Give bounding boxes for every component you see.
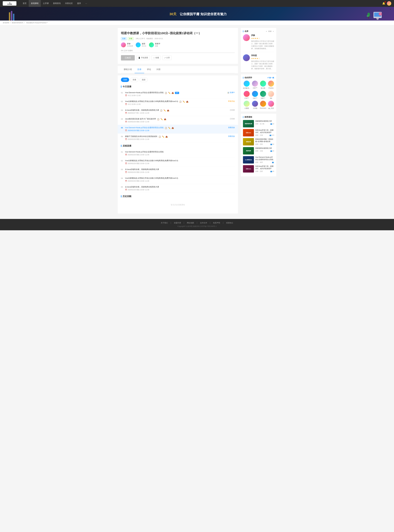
edit-icon[interactable]: ✏️ bbox=[162, 136, 164, 138]
teachers-prev[interactable]: ＜ bbox=[265, 30, 267, 33]
rec-item-3[interactable]: 高级电商 高级电商全栈系统大课 讲师：冷细 👥 40 bbox=[243, 147, 274, 155]
classmate-7-name: Bill bbox=[268, 97, 274, 99]
banner-highlight: 30天 bbox=[170, 12, 176, 16]
teachers-next[interactable]: ＞ bbox=[273, 30, 274, 33]
copy-icon[interactable]: 📋 bbox=[159, 136, 161, 138]
lesson-title-active[interactable]: Vue Element+Node.js开发企业通用管理后台系统 bbox=[125, 126, 164, 129]
lesson-title[interactable]: 从Java后端到全栈，高级电商全栈系统大课 bbox=[125, 109, 159, 111]
rec-item-0[interactable]: 高级电商全栈 高级电商全栈系统大课 讲师：张小锋 👥 34 bbox=[243, 120, 274, 127]
lesson-status-live[interactable]: 📊 直播中 bbox=[225, 91, 235, 94]
nav-home[interactable]: 首页 bbox=[21, 0, 29, 7]
footer-disclaimer[interactable]: 免责声明 bbox=[213, 222, 220, 224]
instructors: 罗静 主讲老师 凌荷 班主任 青青平 助教 bbox=[121, 42, 235, 47]
rec-0-teacher: 讲师：张小锋 bbox=[255, 123, 264, 125]
nav-qa[interactable]: 问答社区 bbox=[63, 0, 75, 7]
tag-replay: 录播 bbox=[128, 37, 134, 40]
rec-2-teacher: 讲师：岱田 bbox=[255, 143, 263, 145]
lesson-title[interactable]: 从Java后端到全栈，高级电商全栈系统大课 bbox=[125, 168, 235, 171]
share-small-icon[interactable]: 📤 bbox=[171, 127, 174, 129]
rec-item-1[interactable]: 玩转Java 玩转Java开发工具，精通JUC，成为开发多面手 讲师：王细 👥 … bbox=[243, 129, 274, 136]
share-small-icon[interactable]: 📤 bbox=[164, 118, 166, 120]
logo[interactable]: ☁ 云朵课堂 bbox=[3, 1, 16, 6]
lesson-status-replay[interactable]: 查看回放 bbox=[226, 135, 235, 137]
copy-icon[interactable]: 📋 bbox=[165, 127, 167, 129]
tab-intro[interactable]: 课程介绍 bbox=[121, 66, 135, 73]
lesson-title[interactable]: Vue全家桶实战 从零独立开发企业级小米电商系统(免费升级Vue3.0) bbox=[125, 159, 235, 162]
footer-about[interactable]: 关于我们 bbox=[161, 222, 168, 224]
nav-news[interactable]: 新闻资讯 bbox=[51, 0, 63, 7]
share-small-icon[interactable]: 📤 bbox=[165, 136, 168, 138]
sub-tab-replay[interactable]: 录播 bbox=[130, 78, 138, 82]
footer-sitemap[interactable]: 网站地图 bbox=[187, 222, 194, 224]
teachers-pagination: ＜ 1/10 ＞ bbox=[265, 30, 274, 33]
sub-tab-live[interactable]: 直播 bbox=[121, 78, 129, 82]
rec-2-info: 前端全栈加强版！前端全栈+全周期+多维应用 讲师：岱田 👥 56 bbox=[255, 138, 274, 146]
nav-open[interactable]: 公开课 bbox=[41, 0, 51, 7]
lesson-status-replay[interactable]: 查看回放 bbox=[226, 126, 235, 129]
course-title: 明星中教授课，小学阶段语法100分–强化级第1讲动词（一） bbox=[121, 31, 235, 36]
nav-more[interactable]: ··· bbox=[83, 0, 89, 7]
nav-exercises[interactable]: 题库 bbox=[75, 0, 83, 7]
lesson-num: 02 bbox=[121, 159, 125, 162]
rec-item-5[interactable]: 玩转Java 玩转Java开发工具，精通JUC，成为开发多面手 讲师：岱田 👥 … bbox=[243, 165, 274, 172]
copy-icon[interactable]: 📋 bbox=[160, 109, 162, 111]
user-avatar[interactable] bbox=[387, 1, 391, 6]
lesson-title[interactable]: Vue全家桶实战 从零独立开发企业级小米电商系统(免费升级Vue3.0) bbox=[125, 177, 235, 179]
lesson-num: 01 bbox=[121, 91, 125, 94]
tab-qa[interactable]: 问答 bbox=[154, 66, 163, 73]
lesson-num: 04 bbox=[121, 177, 125, 179]
footer-agent[interactable]: 加盟代理 bbox=[174, 222, 181, 224]
rec-2-title: 前端全栈加强版！前端全栈+全周期+多维应用 bbox=[255, 138, 274, 143]
rec-0-info: 高级电商全栈系统大课 讲师：张小锋 👥 34 bbox=[255, 120, 274, 127]
lesson-title[interactable]: 跟随千万级项目从0到100全过程高效成长 bbox=[125, 135, 157, 138]
tab-review[interactable]: 评论 bbox=[144, 66, 154, 73]
banner: 30天 让你摆脱平庸 知识使你更有魅力 ✕ bbox=[0, 7, 394, 21]
share-small-icon[interactable]: 📤 bbox=[171, 92, 174, 94]
notification-bell[interactable]: 🔔 bbox=[382, 2, 385, 5]
breadcrumb-home[interactable]: 发现课程 bbox=[3, 22, 9, 24]
history-empty: 暂无历史回顾课程 bbox=[121, 199, 235, 210]
edit-icon[interactable]: ✏️ bbox=[183, 101, 185, 103]
material-badge[interactable]: 资料 bbox=[175, 92, 179, 94]
footer-partner[interactable]: 合作伙伴 bbox=[200, 222, 207, 224]
copy-icon[interactable]: 📋 bbox=[179, 101, 181, 103]
footer-recruit[interactable]: 招贤纳士 bbox=[226, 222, 233, 224]
copy-icon[interactable]: 📋 bbox=[157, 118, 159, 120]
lesson-status-upcoming: 即将开始 bbox=[226, 100, 235, 103]
lesson-title-row: Java项目面试实操 提升大厂面试成功率 📋 ✏️ 📤 bbox=[125, 118, 228, 121]
share-button[interactable]: ↗ 分享 bbox=[162, 56, 171, 60]
lesson-num: 06 bbox=[121, 135, 125, 137]
copy-icon[interactable]: 📋 bbox=[165, 92, 167, 94]
sub-tab-class[interactable]: 面授 bbox=[140, 78, 148, 82]
lesson-item: 01 Vue Element+Node.js开发企业通用管理后台系统 ⏰ 202… bbox=[121, 149, 235, 158]
classmate-4-name: 1767** bbox=[243, 97, 250, 99]
share-small-icon[interactable]: 📤 bbox=[167, 109, 169, 111]
lesson-title[interactable]: Vue Element+Node.js开发企业通用管理后台系统 bbox=[125, 91, 164, 94]
nav-courses[interactable]: 发现课程 bbox=[29, 0, 41, 7]
edit-icon[interactable]: ✏️ bbox=[168, 92, 171, 94]
main-container: 明星中教授课，小学阶段语法100分–强化级第1讲动词（一） 直播 录播 246人… bbox=[115, 25, 279, 216]
lesson-title[interactable]: Vue Element+Node.js开发企业通用管理后台系统 bbox=[125, 151, 235, 153]
lesson-info: Vue全家桶实战 从零独立开发企业级小米电商系统(免费升级Vue3.0) ⏰ 2… bbox=[125, 177, 235, 182]
rec-1-count: 👥 123 bbox=[270, 134, 274, 136]
lesson-title[interactable]: 从Java后端到全栈，高级电商全栈系统大课 bbox=[125, 186, 235, 188]
rec-item-4[interactable]: Vue管理后台 Vue Element+Node.js开发企业通用管理后台系统 … bbox=[243, 156, 274, 163]
edit-icon[interactable]: ✏️ bbox=[168, 127, 171, 129]
lesson-time: ⏰ 2020/02/26 周四 10:00~11:00 bbox=[125, 171, 235, 173]
rec-item-2[interactable]: 前端全栈 前端全栈加强版！前端全栈+全周期+多维应用 讲师：岱田 👥 56 bbox=[243, 138, 274, 146]
refresh-classmates[interactable]: ↺ 换一换 bbox=[267, 77, 274, 79]
mobile-watch-button[interactable]: 📱 手机观看 bbox=[136, 56, 150, 60]
tab-catalog[interactable]: 目录 bbox=[135, 66, 144, 73]
edit-icon[interactable]: ✏️ bbox=[163, 109, 166, 111]
lesson-title[interactable]: Vue全家桶实战 从零独立开发企业级小米电商系统(免费升级Vue3.0) bbox=[125, 100, 178, 103]
classmate-0-name: 化学教书... bbox=[243, 87, 250, 89]
lesson-num: 02 bbox=[121, 100, 125, 103]
edit-icon[interactable]: ✏️ bbox=[161, 118, 163, 120]
share-small-icon[interactable]: 📤 bbox=[186, 101, 188, 103]
purchase-button[interactable]: 已购买 bbox=[121, 55, 135, 61]
instructor-0-role: 主讲老师 bbox=[127, 45, 133, 47]
banner-close-btn[interactable]: ✕ bbox=[390, 8, 391, 10]
breadcrumb-series[interactable]: 新媒体营销系列 bbox=[12, 22, 23, 24]
lesson-title[interactable]: Java项目面试实操 提升大厂面试成功率 bbox=[125, 118, 156, 120]
collect-button[interactable]: ☆ 收藏 bbox=[151, 56, 161, 60]
